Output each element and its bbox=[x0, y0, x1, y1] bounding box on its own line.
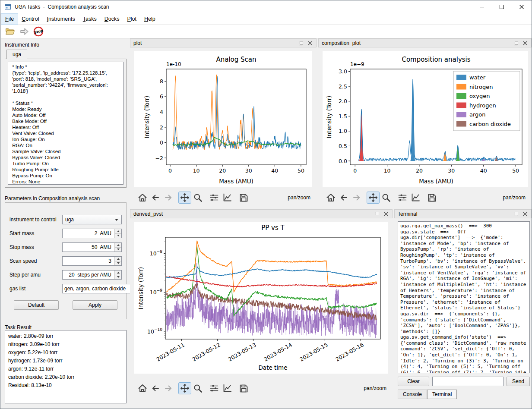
gas-list-input[interactable] bbox=[62, 284, 133, 293]
task-result-label: Task Result bbox=[5, 324, 32, 330]
spinner-arrows[interactable] bbox=[114, 271, 121, 279]
step-per-amu-spinbox[interactable]: 20 steps per AMU bbox=[62, 270, 122, 280]
apply-button[interactable]: Apply bbox=[73, 300, 117, 310]
spin-up-icon[interactable] bbox=[115, 229, 121, 233]
dock-close-button[interactable] bbox=[522, 40, 528, 46]
mpl-home-button[interactable] bbox=[136, 192, 149, 204]
menu-plot[interactable]: Plot bbox=[123, 14, 140, 24]
dock-terminal-titlebar[interactable]: Terminal bbox=[394, 209, 532, 218]
parameters-buttons: Default Apply bbox=[10, 298, 122, 310]
mpl-forward-button[interactable] bbox=[350, 192, 363, 204]
terminal-command-input[interactable] bbox=[432, 377, 504, 386]
mpl-save-button[interactable] bbox=[425, 192, 438, 204]
svg-text:Mass (AMU): Mass (AMU) bbox=[219, 178, 253, 185]
mpl-zoom-button[interactable] bbox=[191, 382, 204, 394]
titlebar[interactable]: UGA Tasks - Composition analysis scan bbox=[0, 0, 532, 13]
menu-tasks[interactable]: Tasks bbox=[79, 14, 101, 24]
mpl-subplots-button[interactable] bbox=[208, 192, 221, 204]
mpl-back-button[interactable] bbox=[149, 192, 162, 204]
svg-text:0: 0 bbox=[168, 167, 172, 174]
svg-text:1.5: 1.5 bbox=[339, 113, 347, 120]
menu-docks[interactable]: Docks bbox=[101, 14, 124, 24]
dock-close-button[interactable] bbox=[307, 40, 313, 46]
pp-vs-t-canvas[interactable]: 2023-05-112023-05-122023-05-132023-05-14… bbox=[134, 222, 388, 374]
mpl-save-button[interactable] bbox=[237, 382, 250, 394]
scan-speed-spinbox[interactable]: 3 bbox=[62, 256, 122, 266]
svg-text:1.0: 1.0 bbox=[339, 128, 347, 134]
stop-task-button[interactable]: Stop bbox=[32, 25, 45, 38]
open-task-button[interactable] bbox=[3, 25, 16, 38]
mpl-customize-button[interactable] bbox=[221, 382, 234, 394]
main-toolbar: Stop bbox=[1, 25, 532, 38]
dock-derived-titlebar[interactable]: derived_pvst bbox=[130, 209, 393, 218]
mpl-home-button[interactable] bbox=[324, 192, 337, 204]
default-button[interactable]: Default bbox=[14, 300, 59, 310]
spin-up-icon[interactable] bbox=[115, 257, 121, 261]
dock-float-button[interactable] bbox=[298, 40, 304, 46]
param-label: Scan speed bbox=[10, 258, 62, 264]
mpl-back-button[interactable] bbox=[149, 382, 162, 394]
start-mass-spinbox[interactable]: 2 AMU bbox=[62, 229, 122, 238]
mpl-customize-button[interactable] bbox=[221, 192, 234, 204]
spin-up-icon[interactable] bbox=[115, 271, 121, 275]
terminal-clear-button[interactable]: Clear bbox=[398, 377, 429, 386]
menu-control[interactable]: Control bbox=[18, 14, 43, 24]
mpl-forward-button[interactable] bbox=[162, 192, 175, 204]
mpl-save-button[interactable] bbox=[237, 192, 250, 204]
chevron-down-icon bbox=[115, 219, 118, 221]
dock-float-button[interactable] bbox=[513, 40, 519, 46]
run-task-button[interactable] bbox=[18, 25, 31, 38]
dock-float-button[interactable] bbox=[374, 211, 380, 217]
dock-close-button[interactable] bbox=[522, 211, 528, 217]
terminal-output[interactable]: uga.rga.get_max_mass() ==> 300 uga.sv.st… bbox=[398, 221, 530, 373]
mpl-customize-button[interactable] bbox=[409, 192, 422, 204]
stop-mass-spinbox[interactable]: 50 AMU bbox=[62, 242, 122, 252]
mpl-pan-button[interactable] bbox=[178, 382, 191, 394]
spin-down-icon[interactable] bbox=[115, 247, 121, 252]
combo-value: uga bbox=[65, 217, 115, 223]
dock-title: Terminal bbox=[398, 211, 417, 217]
param-row-stop-mass: Stop mass 50 AMU bbox=[10, 242, 122, 252]
param-label: Start mass bbox=[10, 230, 62, 236]
dock-composition-titlebar[interactable]: composition_plot bbox=[318, 38, 532, 47]
maximize-button[interactable] bbox=[492, 0, 512, 13]
svg-text:10: 10 bbox=[193, 167, 200, 174]
menu-file[interactable]: File bbox=[1, 14, 18, 24]
svg-text:nitrogen: nitrogen bbox=[469, 84, 493, 90]
tab-uga[interactable]: uga bbox=[6, 50, 27, 59]
spinner-arrows[interactable] bbox=[114, 257, 121, 265]
spinner-arrows[interactable] bbox=[114, 229, 121, 238]
mpl-back-button[interactable] bbox=[337, 192, 350, 204]
mpl-subplots-button[interactable] bbox=[208, 382, 221, 394]
tab-console[interactable]: Console bbox=[398, 390, 427, 399]
instrument-combo[interactable]: uga bbox=[62, 215, 122, 224]
dock-float-button[interactable] bbox=[513, 211, 519, 217]
terminal-send-button[interactable]: Send bbox=[507, 377, 530, 386]
spinner-arrows[interactable] bbox=[114, 243, 121, 252]
dock-plot-titlebar[interactable]: plot bbox=[130, 38, 317, 47]
mpl-zoom-button[interactable] bbox=[380, 192, 393, 204]
spin-down-icon[interactable] bbox=[115, 261, 121, 266]
tab-terminal[interactable]: Terminal bbox=[427, 390, 457, 399]
spin-up-icon[interactable] bbox=[115, 243, 121, 247]
close-button[interactable] bbox=[512, 0, 532, 13]
mpl-forward-button[interactable] bbox=[162, 382, 175, 394]
menu-help[interactable]: Help bbox=[140, 14, 159, 24]
menu-instruments[interactable]: Instruments bbox=[43, 14, 79, 24]
svg-text:3.0: 3.0 bbox=[339, 68, 347, 75]
spin-down-icon[interactable] bbox=[115, 233, 121, 238]
parameters-label: Parameters in Composition analysis scan bbox=[5, 195, 100, 201]
minimize-button[interactable] bbox=[472, 0, 492, 13]
mpl-pan-button[interactable] bbox=[367, 192, 380, 204]
analog-scan-canvas[interactable]: 01020304050−202468Analog Scan1e-10Mass (… bbox=[134, 51, 312, 187]
dock-close-button[interactable] bbox=[383, 211, 389, 217]
spin-down-icon[interactable] bbox=[115, 275, 121, 280]
composition-analysis-canvas[interactable]: 010203040500.00.51.01.52.02.53.0Composit… bbox=[323, 51, 528, 187]
svg-text:40: 40 bbox=[480, 167, 487, 174]
mpl-pan-button[interactable] bbox=[178, 192, 191, 204]
mpl-home-button[interactable] bbox=[136, 382, 149, 394]
mpl-status-message: pan/zoom bbox=[288, 195, 310, 201]
mpl-zoom-button[interactable] bbox=[191, 192, 204, 204]
mpl-subplots-button[interactable] bbox=[396, 192, 409, 204]
svg-text:oxygen: oxygen bbox=[469, 93, 490, 99]
